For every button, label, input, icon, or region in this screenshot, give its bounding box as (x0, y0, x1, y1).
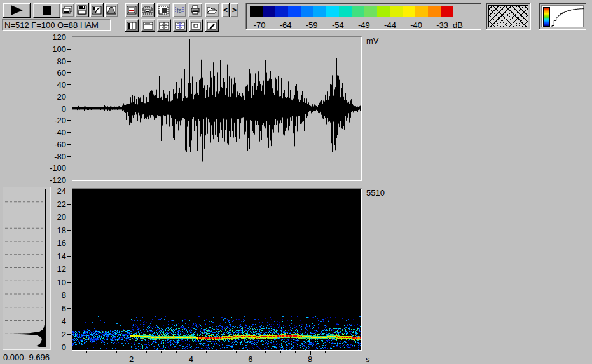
colorbar-panel: -70-64-59-54-49-44-40-33 dB (245, 3, 481, 30)
spectrogram-tick (67, 243, 71, 243)
colorbar-tick-label: -64 (273, 21, 298, 29)
grid-cross-blue-icon (175, 22, 185, 30)
save-button[interactable] (75, 3, 89, 17)
grid-cross-button[interactable] (157, 19, 171, 32)
spectrogram-x-tick (295, 351, 296, 353)
waveform-trace (72, 37, 361, 180)
sampling-rate-icon: fs (174, 6, 184, 15)
time-unit-label: s (366, 355, 370, 363)
open-file-button[interactable] (205, 3, 219, 17)
fft-params-field[interactable]: N=512 F=100 O=88 HAM (2, 19, 111, 31)
colorbar-segment (313, 6, 326, 17)
layout-horizontal-icon (143, 22, 153, 30)
frame-line-button[interactable] (125, 3, 139, 17)
colorbar-segment (263, 6, 275, 17)
average-spectrum-trace (3, 187, 49, 348)
spectrogram-tick (67, 334, 71, 335)
spectrogram-x-tick (280, 351, 281, 353)
zoom-box-icon (191, 22, 201, 30)
colorbar-segment (339, 6, 352, 17)
spectrogram-x-label: 4 (186, 355, 196, 363)
spectrogram-tick (67, 308, 71, 309)
spectrogram-tick (67, 347, 71, 347)
spectrogram-tick (67, 321, 71, 321)
colorbar-tick-label: -33 (430, 21, 455, 29)
waveform-tick (67, 37, 71, 37)
pattern-panel[interactable] (486, 3, 531, 30)
colorbar-segment (301, 6, 313, 17)
selection-fill-icon (158, 6, 169, 15)
spectrogram-x-tick (206, 351, 207, 353)
prev-button[interactable]: < (221, 3, 230, 17)
open-folder-icon (207, 6, 217, 15)
sampling-rate-button[interactable]: fs (172, 3, 186, 17)
spectrogram-app-window: fs < > N=512 F=100 O=88 HAM (0, 0, 592, 364)
waveform-unit-label: mV (366, 37, 379, 45)
spectrogram-corner-label: 5510 (366, 189, 385, 197)
db-unit-label: dB (453, 21, 463, 29)
colorbar-tick-label: -49 (351, 21, 376, 29)
waveform-tick-label: 40 (43, 81, 66, 89)
layout-horizontal-button[interactable] (141, 19, 155, 32)
colorbar-segment (428, 6, 441, 17)
spectrogram-tick (67, 295, 71, 295)
display-windows-button[interactable] (60, 3, 74, 17)
waveform-tick-label: -60 (43, 140, 66, 149)
db-colorbar (250, 6, 453, 17)
print-icon (190, 5, 200, 15)
waveform-tick-label: -20 (43, 116, 66, 125)
colorbar-segment (352, 6, 364, 17)
colorbar-segment (250, 6, 263, 17)
waveform-tick-label: 80 (43, 57, 66, 65)
spectrogram-x-tick (161, 351, 162, 353)
spectrogram-x-tick (146, 351, 147, 353)
time-marks-button[interactable] (141, 3, 155, 17)
spectrogram-tick (67, 191, 71, 191)
waveform-tick-label: -80 (43, 152, 66, 161)
selection-fill-button[interactable] (156, 3, 170, 17)
svg-text:fs: fs (177, 7, 182, 14)
layout-vertical-button[interactable] (125, 19, 139, 32)
spectrogram-x-label: 8 (305, 355, 315, 363)
next-arrow-icon: > (232, 6, 237, 15)
display-windows-icon (62, 6, 72, 15)
time-marks-icon (142, 6, 153, 15)
waveform-tick-label: 0 (43, 105, 66, 113)
window-function-icon (106, 6, 116, 15)
spectrogram-tick (67, 269, 71, 269)
transfer-curve-icon (92, 6, 102, 15)
waveform-tick-label: -100 (43, 164, 66, 172)
window-function-button[interactable] (104, 3, 118, 17)
waveform-tick-label: 120 (43, 33, 66, 41)
spectrogram-x-label: 2 (127, 355, 137, 363)
waveform-plot[interactable] (72, 36, 362, 181)
edit-pencil-icon (207, 22, 217, 30)
spectrogram-tick (67, 204, 71, 205)
play-button[interactable] (3, 3, 31, 18)
average-spectrum-panel (3, 187, 51, 350)
spectrogram-image (72, 189, 361, 350)
waveform-tick (67, 180, 71, 180)
spectrogram-plot[interactable] (72, 188, 362, 351)
spectrogram-tick (67, 230, 71, 231)
waveform-tick-label: -120 (43, 176, 66, 184)
colorbar-segment (403, 6, 415, 17)
next-button[interactable]: > (230, 3, 238, 17)
save-icon (77, 5, 87, 15)
transfer-curve-button[interactable] (90, 3, 104, 17)
spectrogram-x-tick (265, 351, 266, 353)
print-button[interactable] (188, 3, 202, 17)
colorbar-segment (288, 6, 301, 17)
grid-cross-blue-button[interactable] (173, 19, 187, 32)
waveform-tick (67, 61, 71, 62)
edit-button[interactable] (205, 19, 219, 32)
palette-gradient-icon (543, 7, 550, 27)
histogram-panel[interactable] (539, 3, 586, 30)
zoom-box-button[interactable] (189, 19, 203, 32)
histogram-curve-icon (551, 6, 584, 28)
stop-icon (43, 6, 51, 15)
spectrogram-x-tick (355, 351, 355, 353)
stop-button[interactable] (33, 3, 60, 18)
spectrogram-x-tick (176, 351, 177, 353)
spectrogram-tick (67, 282, 71, 283)
